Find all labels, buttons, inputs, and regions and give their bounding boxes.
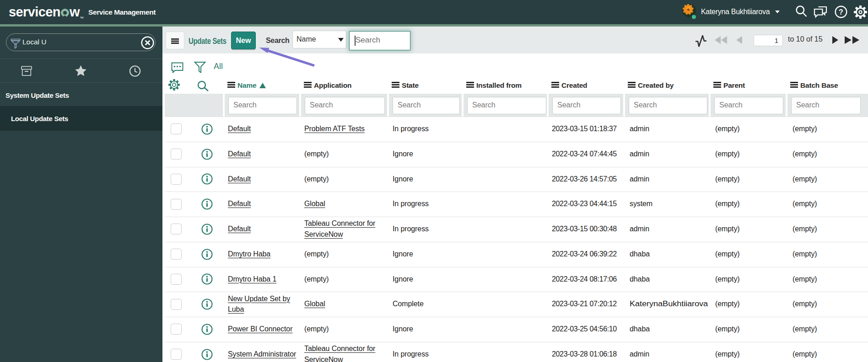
svg-text:?: ? (839, 8, 843, 16)
